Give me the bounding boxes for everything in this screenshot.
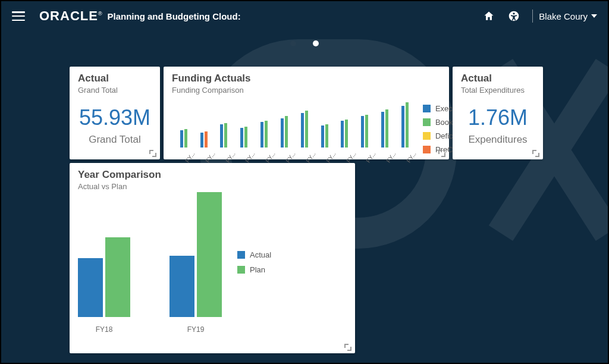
funding-bar-chart: FY...FY...FY...FY...FY...FY...FY...FY...… — [175, 101, 409, 157]
bar — [265, 121, 268, 148]
header-separator — [532, 10, 533, 23]
tile-grand-total: Actual Grand Total 55.93M Grand Total — [70, 67, 160, 159]
bar — [365, 115, 368, 148]
app-title: Planning and Budgeting Cloud: — [108, 11, 241, 21]
bar — [105, 237, 130, 317]
legend-swatch — [423, 105, 431, 112]
legend-label: Plan — [250, 265, 265, 274]
bar — [197, 192, 222, 317]
bar — [325, 124, 328, 148]
tile-year-comparison: Year Comparison Actual vs Plan FY18FY19 … — [70, 163, 355, 353]
legend-item: Actual — [237, 250, 271, 259]
home-icon[interactable] — [481, 8, 497, 24]
legend-label: Actual — [250, 250, 271, 259]
bar — [341, 121, 344, 148]
svg-point-2 — [513, 12, 515, 14]
expand-icon[interactable] — [438, 150, 445, 157]
legend-swatch — [237, 266, 245, 274]
bar — [200, 133, 203, 148]
app-header: ORACLE® Planning and Budgeting Cloud: Bl… — [1, 1, 608, 31]
bar — [205, 131, 208, 148]
legend-swatch — [423, 132, 431, 140]
tile-subtitle: Funding Comparison — [172, 86, 441, 95]
legend-swatch — [423, 146, 431, 153]
brand-logo: ORACLE® — [39, 8, 103, 24]
tile-title: Actual — [78, 73, 152, 84]
bar — [224, 123, 227, 148]
tile-value: 1.76M — [461, 105, 535, 130]
bar — [381, 112, 384, 148]
expand-icon[interactable] — [532, 150, 539, 157]
expand-icon[interactable] — [149, 150, 156, 157]
user-menu[interactable]: Blake Coury — [539, 11, 597, 21]
bar — [345, 120, 348, 148]
x-axis-label: FY18 — [96, 325, 113, 334]
tile-value: 55.93M — [78, 105, 152, 130]
menu-icon[interactable] — [12, 11, 25, 21]
bar — [281, 118, 284, 148]
bar — [321, 125, 324, 148]
bar — [78, 258, 103, 317]
legend-item: Plan — [237, 265, 271, 274]
tile-funding-actuals: Funding Actuals Funding Comparison FY...… — [164, 67, 449, 159]
year-comparison-chart: FY18FY19 — [78, 197, 222, 334]
bar — [305, 111, 308, 148]
tile-subtitle: Grand Total — [78, 86, 152, 95]
year-comparison-legend: ActualPlan — [237, 250, 271, 274]
accessibility-icon[interactable] — [506, 8, 522, 24]
bar — [169, 256, 194, 317]
tile-footer: Grand Total — [78, 134, 152, 146]
bar — [406, 102, 409, 148]
x-axis-label: FY19 — [187, 325, 205, 334]
bar — [301, 113, 304, 148]
bar — [361, 116, 364, 148]
tile-title: Funding Actuals — [172, 73, 441, 84]
user-name: Blake Coury — [539, 11, 588, 21]
tile-footer: Expenditures — [461, 134, 535, 146]
chevron-down-icon — [591, 14, 597, 18]
tile-expenditures: Actual Total Expenditures 1.76M Expendit… — [453, 67, 543, 159]
page-dot-0[interactable] — [290, 40, 296, 46]
bar — [244, 127, 247, 148]
page-dot-1[interactable] — [313, 40, 319, 46]
bar — [285, 116, 288, 148]
bar — [260, 122, 263, 148]
legend-swatch — [237, 251, 245, 259]
legend-swatch — [423, 118, 431, 126]
bar — [180, 130, 183, 148]
bar — [240, 128, 243, 148]
bar — [184, 129, 187, 148]
tile-subtitle: Actual vs Plan — [78, 182, 347, 191]
bar — [401, 106, 404, 148]
tile-subtitle: Total Expenditures — [461, 86, 535, 95]
tile-title: Year Comparison — [78, 169, 347, 181]
bar — [220, 124, 223, 148]
bar — [385, 109, 388, 148]
expand-icon[interactable] — [344, 344, 351, 351]
page-indicator[interactable] — [1, 38, 608, 49]
tile-title: Actual — [461, 73, 535, 84]
